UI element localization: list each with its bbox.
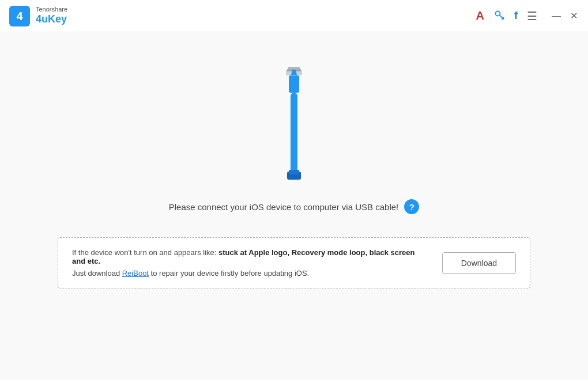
notice-line2-suffix: to repair your device firstly before upd… bbox=[149, 269, 309, 278]
close-button[interactable]: ✕ bbox=[568, 11, 579, 21]
window-controls: — ✕ bbox=[551, 11, 579, 21]
notice-line1: If the device won't turn on and appears … bbox=[72, 248, 428, 265]
help-button[interactable]: ? bbox=[404, 199, 419, 214]
app-logo: 4 bbox=[9, 6, 30, 26]
usb-illustration bbox=[271, 67, 317, 182]
notice-box: If the device won't turn on and appears … bbox=[58, 237, 530, 288]
notice-line1-prefix: If the device won't turn on and appears … bbox=[72, 248, 218, 257]
message-row: Please connect your iOS device to comput… bbox=[169, 199, 420, 214]
app-name: 4uKey bbox=[36, 13, 67, 26]
font-tool-icon[interactable]: A bbox=[476, 9, 484, 22]
title-bar: 4 Tenorshare 4uKey A f ☰ — ✕ bbox=[0, 0, 588, 32]
usb-cable-svg bbox=[271, 67, 317, 182]
main-content: Please connect your iOS device to comput… bbox=[0, 32, 588, 380]
title-bar-right: A f ☰ — ✕ bbox=[476, 9, 579, 23]
notice-text-block: If the device won't turn on and appears … bbox=[72, 248, 428, 278]
notice-line2-prefix: Just download bbox=[72, 269, 122, 278]
facebook-icon[interactable]: f bbox=[514, 10, 518, 22]
connect-message: Please connect your iOS device to comput… bbox=[169, 202, 399, 212]
svg-text:4: 4 bbox=[16, 10, 23, 22]
title-bar-left: 4 Tenorshare 4uKey bbox=[9, 6, 67, 26]
app-name-block: Tenorshare 4uKey bbox=[36, 6, 67, 26]
menu-icon[interactable]: ☰ bbox=[527, 9, 537, 23]
download-button[interactable]: Download bbox=[442, 252, 516, 274]
svg-rect-9 bbox=[289, 75, 299, 93]
key-tool-icon[interactable] bbox=[493, 9, 505, 23]
minimize-button[interactable]: — bbox=[551, 11, 561, 21]
reiboot-link[interactable]: ReiBoot bbox=[122, 269, 149, 278]
svg-rect-13 bbox=[289, 170, 299, 174]
notice-line2: Just download ReiBoot to repair your dev… bbox=[72, 269, 428, 278]
brand-name: Tenorshare bbox=[36, 6, 67, 13]
svg-rect-11 bbox=[291, 93, 297, 173]
